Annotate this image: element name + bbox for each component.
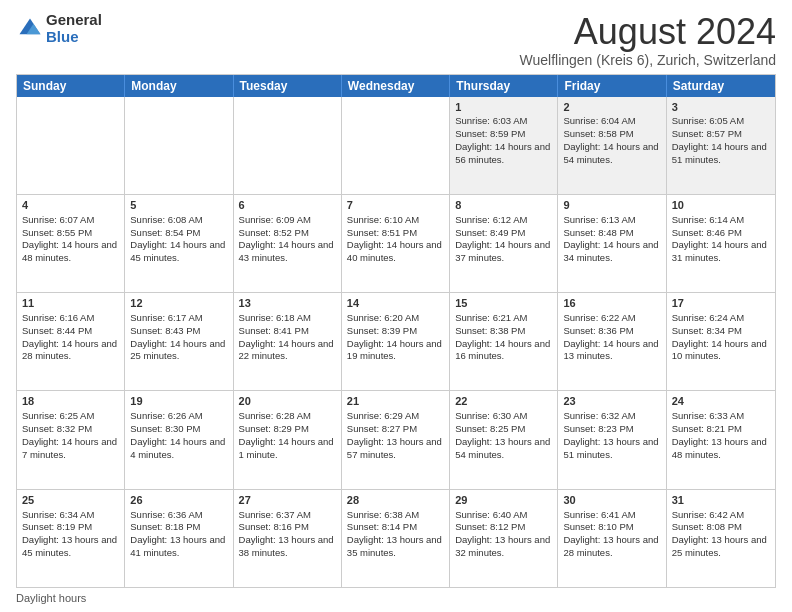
sunrise-text: Sunrise: 6:37 AM [239,509,311,520]
sunrise-text: Sunrise: 6:16 AM [22,312,94,323]
calendar-header-day: Thursday [450,75,558,97]
sunrise-text: Sunrise: 6:36 AM [130,509,202,520]
sunset-text: Sunset: 8:18 PM [130,521,200,532]
sunrise-text: Sunrise: 6:05 AM [672,115,744,126]
page: General Blue August 2024 Wuelflingen (Kr… [0,0,792,612]
daylight-text: Daylight: 13 hours and 51 minutes. [563,436,658,460]
day-number: 24 [672,394,770,409]
calendar-cell: 14Sunrise: 6:20 AMSunset: 8:39 PMDayligh… [342,293,450,390]
logo-blue: Blue [46,29,102,46]
sunset-text: Sunset: 8:29 PM [239,423,309,434]
logo-icon [16,15,44,43]
calendar-cell: 16Sunrise: 6:22 AMSunset: 8:36 PMDayligh… [558,293,666,390]
calendar-cell: 15Sunrise: 6:21 AMSunset: 8:38 PMDayligh… [450,293,558,390]
daylight-text: Daylight: 13 hours and 57 minutes. [347,436,442,460]
calendar-header-day: Sunday [17,75,125,97]
calendar-cell: 11Sunrise: 6:16 AMSunset: 8:44 PMDayligh… [17,293,125,390]
sunrise-text: Sunrise: 6:09 AM [239,214,311,225]
calendar-cell: 29Sunrise: 6:40 AMSunset: 8:12 PMDayligh… [450,490,558,587]
daylight-text: Daylight: 14 hours and 56 minutes. [455,141,550,165]
sunset-text: Sunset: 8:36 PM [563,325,633,336]
daylight-text: Daylight: 14 hours and 48 minutes. [22,239,117,263]
calendar-header: SundayMondayTuesdayWednesdayThursdayFrid… [17,75,775,97]
day-number: 10 [672,198,770,213]
daylight-text: Daylight: 14 hours and 43 minutes. [239,239,334,263]
calendar-cell: 8Sunrise: 6:12 AMSunset: 8:49 PMDaylight… [450,195,558,292]
daylight-text: Daylight: 13 hours and 41 minutes. [130,534,225,558]
sunset-text: Sunset: 8:43 PM [130,325,200,336]
calendar-cell: 1Sunrise: 6:03 AMSunset: 8:59 PMDaylight… [450,97,558,194]
sunrise-text: Sunrise: 6:07 AM [22,214,94,225]
daylight-text: Daylight: 13 hours and 35 minutes. [347,534,442,558]
sunrise-text: Sunrise: 6:24 AM [672,312,744,323]
calendar-cell [125,97,233,194]
sunrise-text: Sunrise: 6:13 AM [563,214,635,225]
sunrise-text: Sunrise: 6:10 AM [347,214,419,225]
calendar-row: 1Sunrise: 6:03 AMSunset: 8:59 PMDaylight… [17,97,775,195]
day-number: 8 [455,198,552,213]
sunrise-text: Sunrise: 6:08 AM [130,214,202,225]
sunset-text: Sunset: 8:16 PM [239,521,309,532]
calendar-cell: 24Sunrise: 6:33 AMSunset: 8:21 PMDayligh… [667,391,775,488]
sunset-text: Sunset: 8:41 PM [239,325,309,336]
calendar-header-day: Saturday [667,75,775,97]
daylight-text: Daylight: 14 hours and 31 minutes. [672,239,767,263]
daylight-text: Daylight: 13 hours and 38 minutes. [239,534,334,558]
sunset-text: Sunset: 8:14 PM [347,521,417,532]
calendar-cell: 7Sunrise: 6:10 AMSunset: 8:51 PMDaylight… [342,195,450,292]
day-number: 27 [239,493,336,508]
day-number: 21 [347,394,444,409]
sunrise-text: Sunrise: 6:30 AM [455,410,527,421]
calendar-cell: 25Sunrise: 6:34 AMSunset: 8:19 PMDayligh… [17,490,125,587]
day-number: 17 [672,296,770,311]
sunset-text: Sunset: 8:30 PM [130,423,200,434]
sunset-text: Sunset: 8:38 PM [455,325,525,336]
sunset-text: Sunset: 8:46 PM [672,227,742,238]
daylight-text: Daylight: 14 hours and 1 minute. [239,436,334,460]
day-number: 13 [239,296,336,311]
sunset-text: Sunset: 8:34 PM [672,325,742,336]
sunset-text: Sunset: 8:08 PM [672,521,742,532]
daylight-text: Daylight: 13 hours and 28 minutes. [563,534,658,558]
sunrise-text: Sunrise: 6:38 AM [347,509,419,520]
sunset-text: Sunset: 8:44 PM [22,325,92,336]
sunset-text: Sunset: 8:51 PM [347,227,417,238]
day-number: 15 [455,296,552,311]
sunset-text: Sunset: 8:48 PM [563,227,633,238]
day-number: 5 [130,198,227,213]
sunrise-text: Sunrise: 6:14 AM [672,214,744,225]
calendar-cell: 5Sunrise: 6:08 AMSunset: 8:54 PMDaylight… [125,195,233,292]
daylight-text: Daylight: 14 hours and 19 minutes. [347,338,442,362]
sunrise-text: Sunrise: 6:18 AM [239,312,311,323]
calendar-cell: 12Sunrise: 6:17 AMSunset: 8:43 PMDayligh… [125,293,233,390]
calendar-cell: 17Sunrise: 6:24 AMSunset: 8:34 PMDayligh… [667,293,775,390]
day-number: 16 [563,296,660,311]
day-number: 26 [130,493,227,508]
daylight-text: Daylight: 14 hours and 37 minutes. [455,239,550,263]
calendar-cell: 30Sunrise: 6:41 AMSunset: 8:10 PMDayligh… [558,490,666,587]
day-number: 30 [563,493,660,508]
day-number: 29 [455,493,552,508]
calendar-cell: 19Sunrise: 6:26 AMSunset: 8:30 PMDayligh… [125,391,233,488]
calendar-cell: 6Sunrise: 6:09 AMSunset: 8:52 PMDaylight… [234,195,342,292]
calendar-cell: 20Sunrise: 6:28 AMSunset: 8:29 PMDayligh… [234,391,342,488]
calendar-row: 18Sunrise: 6:25 AMSunset: 8:32 PMDayligh… [17,391,775,489]
calendar-row: 4Sunrise: 6:07 AMSunset: 8:55 PMDaylight… [17,195,775,293]
calendar-cell: 31Sunrise: 6:42 AMSunset: 8:08 PMDayligh… [667,490,775,587]
sunrise-text: Sunrise: 6:17 AM [130,312,202,323]
sunset-text: Sunset: 8:10 PM [563,521,633,532]
logo-text: General Blue [46,12,102,45]
calendar-cell: 2Sunrise: 6:04 AMSunset: 8:58 PMDaylight… [558,97,666,194]
day-number: 2 [563,100,660,115]
day-number: 20 [239,394,336,409]
sunrise-text: Sunrise: 6:40 AM [455,509,527,520]
sunrise-text: Sunrise: 6:33 AM [672,410,744,421]
calendar-cell: 3Sunrise: 6:05 AMSunset: 8:57 PMDaylight… [667,97,775,194]
calendar-cell [17,97,125,194]
daylight-text: Daylight: 14 hours and 16 minutes. [455,338,550,362]
day-number: 18 [22,394,119,409]
daylight-text: Daylight: 13 hours and 54 minutes. [455,436,550,460]
calendar-cell: 23Sunrise: 6:32 AMSunset: 8:23 PMDayligh… [558,391,666,488]
sunset-text: Sunset: 8:57 PM [672,128,742,139]
calendar-cell: 10Sunrise: 6:14 AMSunset: 8:46 PMDayligh… [667,195,775,292]
